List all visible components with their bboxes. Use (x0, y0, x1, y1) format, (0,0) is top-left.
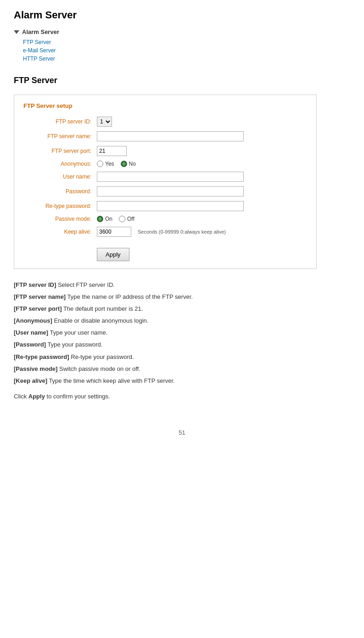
desc-anonymous-text: Enable or disable anonymous login. (54, 317, 148, 324)
click-apply-note: Click Apply to confirm your settings. (14, 392, 350, 402)
desc-server-name: [FTP server name] Type the name or IP ad… (14, 292, 350, 302)
server-name-input[interactable] (97, 131, 244, 141)
anonymous-yes-option[interactable]: Yes (97, 161, 114, 167)
anonymous-no-radio[interactable] (121, 161, 127, 167)
server-id-label: FTP server ID: (23, 118, 97, 125)
keep-alive-label: Keep alive: (23, 229, 97, 235)
anonymous-no-option[interactable]: No (121, 161, 136, 167)
desc-server-name-text: Type the name or IP address of the FTP s… (67, 293, 193, 300)
desc-server-id-term: [FTP server ID] (14, 281, 56, 288)
password-row: Password: (23, 186, 307, 196)
desc-server-name-term: [FTP server name] (14, 293, 66, 300)
desc-retype-text: Re-type your password. (71, 353, 134, 360)
page-number: 51 (14, 429, 350, 436)
server-id-control: 1 2 3 4 (97, 117, 112, 127)
retype-password-control (97, 201, 244, 211)
passive-off-radio[interactable] (119, 216, 125, 222)
nav-item-email[interactable]: e-Mail Server (23, 47, 350, 54)
keep-alive-hint: Seconds (0-99999 0:always keep alive) (138, 229, 226, 235)
desc-server-id: [FTP server ID] Select FTP server ID. (14, 280, 350, 290)
desc-anonymous: [Anonymous] Enable or disable anonymous … (14, 316, 350, 326)
passive-mode-row: Passive mode: On Off (23, 216, 307, 222)
ftp-section-title: FTP Server (14, 76, 350, 85)
desc-keepalive-term: [Keep alive] (14, 377, 47, 384)
keep-alive-control: Seconds (0-99999 0:always keep alive) (97, 227, 226, 237)
passive-on-radio[interactable] (97, 216, 103, 222)
nav-section: Alarm Server FTP Server e-Mail Server HT… (14, 28, 350, 62)
passive-mode-control: On Off (97, 216, 134, 222)
apply-button[interactable]: Apply (97, 248, 129, 261)
keep-alive-row: Keep alive: Seconds (0-99999 0:always ke… (23, 227, 307, 237)
nav-triangle-icon (14, 30, 19, 34)
server-name-row: FTP server name: (23, 131, 307, 141)
desc-keepalive-text: Type the time which keep alive with FTP … (49, 377, 174, 384)
desc-passive-text: Switch passive mode on or off. (59, 365, 140, 372)
desc-anonymous-term: [Anonymous] (14, 317, 52, 324)
nav-header: Alarm Server (14, 28, 350, 35)
server-name-label: FTP server name: (23, 133, 97, 140)
server-port-control (97, 146, 127, 156)
ftp-setup-box: FTP Server setup FTP server ID: 1 2 3 4 … (14, 95, 317, 269)
passive-on-option[interactable]: On (97, 216, 112, 222)
desc-username: [User name] Type your user name. (14, 328, 350, 338)
nav-item-ftp[interactable]: FTP Server (23, 39, 350, 45)
desc-password-term: [Password] (14, 341, 46, 348)
username-control (97, 172, 244, 182)
desc-server-port: [FTP server port] The default port numbe… (14, 304, 350, 314)
desc-server-port-text: The default port number is 21. (63, 305, 143, 312)
description-section: [FTP server ID] Select FTP server ID. [F… (14, 280, 350, 402)
retype-password-input[interactable] (97, 201, 244, 211)
desc-keep-alive: [Keep alive] Type the time which keep al… (14, 376, 350, 386)
anonymous-label: Anonymous: (23, 161, 97, 167)
desc-server-port-term: [FTP server port] (14, 305, 62, 312)
anonymous-control: Yes No (97, 161, 136, 167)
passive-off-option[interactable]: Off (119, 216, 134, 222)
desc-password: [Password] Type your password. (14, 340, 350, 350)
username-row: User name: (23, 172, 307, 182)
nav-header-label: Alarm Server (22, 28, 59, 35)
username-input[interactable] (97, 172, 244, 182)
desc-retype-password: [Re-type password] Re-type your password… (14, 352, 350, 362)
passive-off-label: Off (127, 216, 134, 222)
click-apply-bold: Apply (28, 393, 45, 400)
server-port-label: FTP server port: (23, 148, 97, 154)
server-port-row: FTP server port: (23, 146, 307, 156)
password-label: Password: (23, 188, 97, 195)
username-label: User name: (23, 173, 97, 180)
retype-password-row: Re-type password: (23, 201, 307, 211)
passive-mode-label: Passive mode: (23, 216, 97, 222)
password-control (97, 186, 244, 196)
server-id-select[interactable]: 1 2 3 4 (97, 117, 112, 127)
anonymous-row: Anonymous: Yes No (23, 161, 307, 167)
desc-retype-term: [Re-type password] (14, 353, 69, 360)
server-name-control (97, 131, 244, 141)
server-id-row: FTP server ID: 1 2 3 4 (23, 117, 307, 127)
desc-passive-term: [Passive mode] (14, 365, 57, 372)
retype-password-label: Re-type password: (23, 203, 97, 209)
apply-button-row: Apply (23, 243, 307, 261)
page-title: Alarm Server (14, 9, 350, 21)
desc-username-term: [User name] (14, 329, 48, 336)
desc-password-text: Type your password. (47, 341, 102, 348)
desc-server-id-text: Select FTP server ID. (58, 281, 115, 288)
anonymous-yes-radio[interactable] (97, 161, 103, 167)
passive-on-label: On (105, 216, 112, 222)
desc-username-text: Type your user name. (50, 329, 108, 336)
server-port-input[interactable] (97, 146, 127, 156)
anonymous-no-label: No (129, 161, 136, 167)
nav-item-http[interactable]: HTTP Server (23, 56, 350, 62)
keep-alive-input[interactable] (97, 227, 131, 237)
password-input[interactable] (97, 186, 244, 196)
nav-items: FTP Server e-Mail Server HTTP Server (14, 39, 350, 62)
desc-passive-mode: [Passive mode] Switch passive mode on or… (14, 364, 350, 374)
setup-box-title: FTP Server setup (23, 102, 307, 109)
anonymous-yes-label: Yes (105, 161, 114, 167)
